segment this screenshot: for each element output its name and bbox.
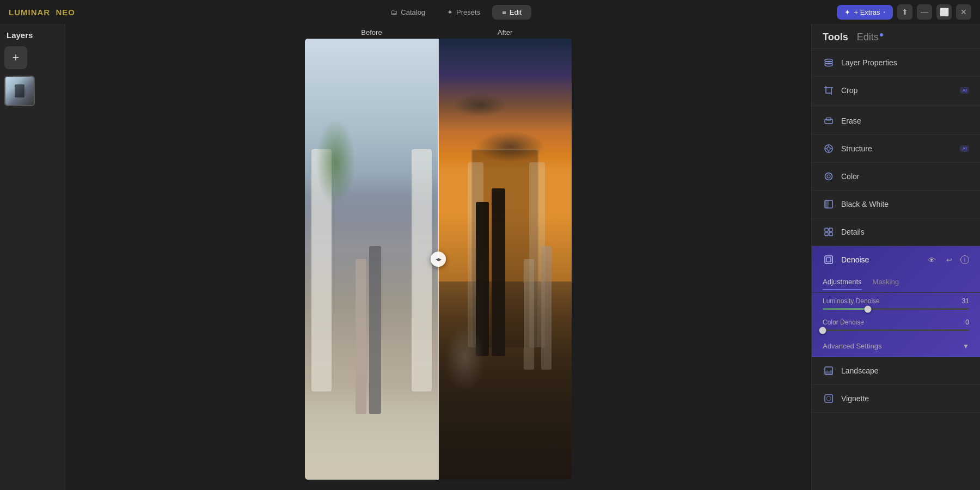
erase-label: Erase — [841, 117, 969, 125]
landscape-label: Landscape — [841, 366, 969, 375]
tool-landscape[interactable]: Landscape — [812, 357, 980, 385]
title-bar: LUMINAR NEO 🗂 Catalog ✦ Presets ≡ Edit ✦… — [0, 0, 980, 24]
layers-title: Layers — [4, 30, 60, 40]
denoise-tab-masking[interactable]: Masking — [873, 278, 899, 290]
logo-neo: NEO — [56, 8, 76, 17]
tab-tools[interactable]: Tools — [823, 32, 848, 43]
svg-rect-23 — [829, 232, 832, 236]
titlebar-actions: ✦ + Extras • ⬆ — ⬜ ✕ — [837, 4, 971, 20]
svg-point-16 — [825, 173, 832, 180]
canvas-area: Before After — [65, 24, 811, 490]
layers-panel: Layers + — [0, 24, 65, 490]
tool-color[interactable]: Color — [812, 163, 980, 191]
svg-rect-3 — [826, 88, 831, 93]
catalog-icon: 🗂 — [390, 8, 397, 16]
erase-icon — [823, 115, 835, 127]
share-button[interactable]: ⬆ — [897, 4, 912, 20]
before-after-bar: Before After — [305, 28, 572, 36]
luminosity-denoise-track[interactable] — [823, 308, 969, 310]
tool-details[interactable]: Details — [812, 218, 980, 246]
advanced-settings-chevron: ▼ — [963, 342, 969, 350]
color-denoise-track[interactable] — [823, 329, 969, 331]
denoise-info-icon[interactable]: i — [960, 255, 969, 264]
nav-tabs: 🗂 Catalog ✦ Presets ≡ Edit — [381, 5, 531, 20]
presets-icon: ✦ — [447, 8, 453, 16]
black-white-label: Black & White — [841, 200, 969, 209]
crop-icon — [823, 84, 835, 96]
close-button[interactable]: ✕ — [956, 4, 971, 20]
landscape-icon — [823, 365, 835, 377]
tool-black-white[interactable]: Black & White — [812, 191, 980, 218]
logo-luminar: LUMINAR — [9, 8, 50, 17]
tool-vignette[interactable]: Vignette — [812, 385, 980, 413]
color-label: Color — [841, 172, 969, 181]
svg-rect-25 — [826, 258, 831, 262]
tab-edits[interactable]: Edits — [857, 32, 883, 43]
extras-plus-icon: ✦ — [844, 8, 850, 16]
color-denoise-thumb[interactable] — [819, 327, 826, 334]
before-label: Before — [305, 28, 438, 36]
luminosity-denoise-value: 31 — [962, 297, 969, 305]
color-denoise-value: 0 — [965, 318, 969, 326]
details-icon — [823, 226, 835, 238]
denoise-tabs: Adjustments Masking — [812, 273, 980, 293]
photo-after — [438, 39, 572, 480]
tools-header: Tools Edits — [812, 24, 980, 49]
right-panel: Tools Edits Layer Properties — [811, 24, 980, 490]
crop-ai-badge: AI — [960, 87, 969, 94]
presets-label: Presets — [456, 8, 480, 16]
layer-properties-icon — [823, 57, 835, 69]
tab-edit[interactable]: ≡ Edit — [492, 5, 531, 20]
divider-1 — [812, 106, 980, 106]
svg-point-17 — [827, 175, 830, 178]
svg-point-2 — [825, 64, 832, 66]
color-denoise-header: Color Denoise 0 — [823, 318, 969, 326]
edits-dot — [880, 33, 883, 36]
structure-ai-badge: AI — [960, 145, 969, 152]
tab-catalog[interactable]: 🗂 Catalog — [381, 5, 435, 20]
luminosity-denoise-label: Luminosity Denoise — [823, 297, 880, 305]
luminosity-denoise-fill — [823, 308, 868, 310]
tool-structure[interactable]: Structure AI — [812, 135, 980, 163]
color-denoise-label: Color Denoise — [823, 318, 864, 326]
luminosity-denoise-thumb[interactable] — [865, 305, 872, 313]
minimize-button[interactable]: — — [917, 4, 932, 20]
denoise-reset-icon[interactable]: ↩ — [943, 254, 955, 266]
catalog-label: Catalog — [401, 8, 425, 16]
tool-layer-properties[interactable]: Layer Properties — [812, 49, 980, 77]
svg-rect-19 — [825, 200, 829, 208]
plus-icon: + — [13, 51, 20, 65]
svg-point-11 — [827, 147, 830, 150]
tool-crop[interactable]: Crop AI — [812, 77, 980, 105]
extras-asterisk: • — [883, 9, 885, 15]
after-label: After — [438, 28, 572, 36]
tool-erase[interactable]: Erase — [812, 107, 980, 135]
vignette-icon — [823, 393, 835, 405]
tab-presets[interactable]: ✦ Presets — [437, 5, 490, 20]
edit-icon: ≡ — [502, 8, 506, 16]
svg-point-28 — [826, 396, 831, 401]
denoise-visibility-icon[interactable]: 👁 — [926, 254, 938, 266]
tool-denoise-active[interactable]: Denoise 👁 ↩ i Adjustments Masking Lumino… — [812, 246, 980, 357]
add-layer-button[interactable]: + — [4, 46, 27, 69]
photo-container[interactable] — [305, 39, 572, 480]
black-white-icon — [823, 198, 835, 210]
svg-rect-20 — [825, 228, 828, 231]
maximize-button[interactable]: ⬜ — [936, 4, 952, 20]
layer-thumbnail-1[interactable] — [4, 76, 35, 106]
svg-rect-24 — [825, 256, 832, 264]
edit-label: Edit — [510, 8, 522, 16]
before-after-handle[interactable] — [431, 252, 446, 267]
details-label: Details — [841, 228, 969, 236]
denoise-tab-adjustments[interactable]: Adjustments — [823, 278, 862, 290]
layer-thumb-preview — [5, 77, 34, 105]
extras-button[interactable]: ✦ + Extras • — [837, 5, 893, 20]
advanced-settings-row[interactable]: Advanced Settings ▼ — [812, 335, 980, 357]
svg-rect-27 — [825, 395, 832, 402]
structure-icon — [823, 143, 835, 155]
structure-label: Structure — [841, 144, 952, 153]
denoise-label: Denoise — [841, 255, 869, 264]
color-icon — [823, 170, 835, 182]
denoise-action-icons: 👁 ↩ i — [926, 254, 969, 266]
denoise-icon — [823, 254, 835, 266]
